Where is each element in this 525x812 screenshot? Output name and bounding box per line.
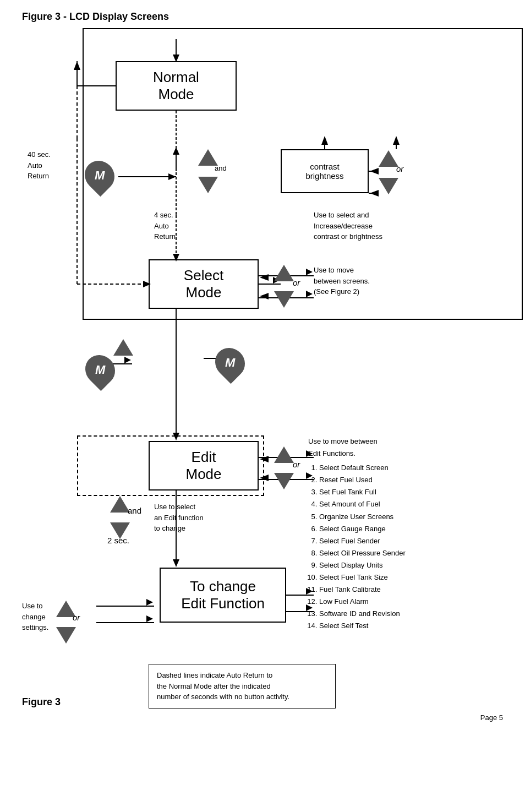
down-btn-settings[interactable] xyxy=(56,627,76,644)
and-label-bottom: and xyxy=(128,505,141,517)
to-change-edit-box: To changeEdit Function xyxy=(160,568,286,623)
edit-mode-label: EditMode xyxy=(185,449,221,483)
edit-functions-ol: Select Default Screen Reset Fuel Used Se… xyxy=(308,462,406,632)
use-select-edit-fn-note: Use to selectan Edit functionto change xyxy=(154,502,204,534)
up-arrow-edit[interactable] xyxy=(274,446,294,463)
m-label-middle-left: M xyxy=(95,363,105,377)
svg-marker-51 xyxy=(146,615,153,622)
up-btn-middle-left[interactable] xyxy=(113,339,133,356)
edit-fn-1: Select Default Screen xyxy=(319,462,406,474)
use-change-settings-note: Use to changesettings. xyxy=(22,601,54,633)
edit-fn-7: Select Fuel Sender xyxy=(319,535,406,547)
figure-title: Figure 3 - LCD Display Screens xyxy=(22,11,503,23)
to-change-edit-label: To changeEdit Function xyxy=(181,578,265,612)
edit-fn-2: Reset Fuel Used xyxy=(319,474,406,486)
edit-fn-12: Low Fuel Alarm xyxy=(319,596,406,608)
note-box-text: Dashed lines indicate Auto Return tothe … xyxy=(157,671,289,701)
edit-fn-9: Select Display Units xyxy=(319,559,406,571)
note-box: Dashed lines indicate Auto Return tothe … xyxy=(149,664,336,709)
up-btn-edit[interactable] xyxy=(274,446,294,463)
edit-fn-6: Select Gauge Range xyxy=(319,523,406,535)
svg-marker-6 xyxy=(74,61,80,70)
two-sec-label: 2 sec. xyxy=(107,535,129,547)
up-btn-edit-bottom[interactable] xyxy=(110,496,130,513)
down-btn-edit[interactable] xyxy=(274,473,294,489)
svg-marker-49 xyxy=(146,599,153,606)
svg-marker-38 xyxy=(260,456,269,462)
diagram-outer-border-top xyxy=(83,28,523,320)
edit-fn-10: Select Fuel Tank Size xyxy=(319,571,406,584)
page-container: Figure 3 - LCD Display Screens xyxy=(0,0,525,727)
m-teardrop-middle-right[interactable]: M xyxy=(209,342,251,384)
edit-fn-13: Software ID and Revision xyxy=(319,608,406,620)
up-arrow-edit-bottom[interactable] xyxy=(110,496,130,513)
m-label-middle-right: M xyxy=(225,356,235,370)
svg-marker-39 xyxy=(260,475,269,481)
edit-fn-3: Set Fuel Tank Full xyxy=(319,486,406,498)
edit-functions-list: Use to move betweenEdit Functions. Selec… xyxy=(308,435,406,633)
edit-fn-14: Select Self Test xyxy=(319,620,406,632)
diagram-area: NormalMode 40 sec.AutoReturn M and contr… xyxy=(22,28,517,716)
edit-fn-11: Fuel Tank Calibrate xyxy=(319,584,406,596)
edit-functions-title: Use to move betweenEdit Functions. xyxy=(308,435,406,460)
edit-fn-4: Set Amount of Fuel xyxy=(319,498,406,510)
svg-marker-33 xyxy=(124,357,131,363)
up-arrow-middle-left[interactable] xyxy=(113,339,133,356)
m-button-middle-left[interactable]: M xyxy=(86,355,114,385)
edit-fn-5: Organize User Screens xyxy=(319,511,406,523)
edit-mode-box: EditMode xyxy=(149,441,259,491)
down-arrow-edit[interactable] xyxy=(274,473,294,489)
down-arrow-settings[interactable] xyxy=(56,627,76,644)
m-button-middle-right[interactable]: M xyxy=(216,347,244,378)
auto-return-40sec-label: 40 sec.AutoReturn xyxy=(28,149,51,182)
figure-label: Figure 3 xyxy=(22,696,61,708)
or-label-edit: or xyxy=(293,459,300,471)
svg-marker-41 xyxy=(173,433,179,440)
or-label-settings: or xyxy=(73,612,80,624)
svg-marker-43 xyxy=(173,559,179,567)
edit-fn-8: Select Oil Pressure Sender xyxy=(319,547,406,559)
page-number: Page 5 xyxy=(480,713,503,722)
